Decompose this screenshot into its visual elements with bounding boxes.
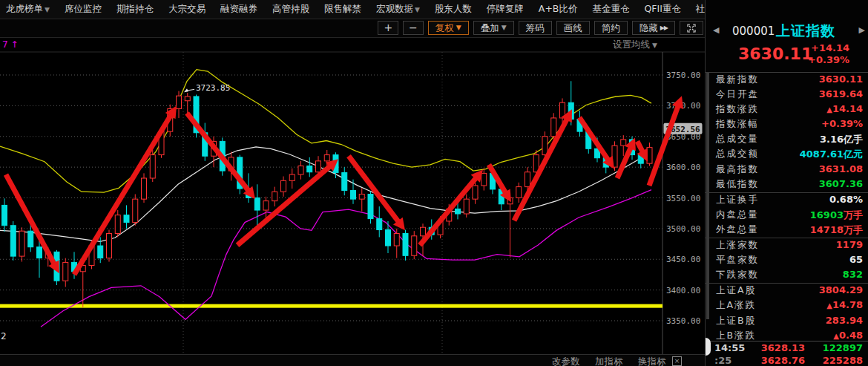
up-triangle-icon: ▲ [826,301,832,310]
support-line [0,304,662,308]
stat-label: 最低指数 [716,178,759,191]
tick-price: 3628.76 [747,355,805,366]
indicator-bottom-bar: 改参数 加指标 换指标 × [0,354,705,366]
stat-row: 最高指数3631.08 [706,163,868,177]
y-axis-label: 3400.00 [666,286,700,295]
add-indicator-link[interactable]: 加指标 [595,356,623,366]
partial-label: 2 [1,331,7,342]
tick-row: :253628.76225288 [706,354,868,366]
stock-app-window: 龙虎榜单▼席位监控期指持仓大宗交易融资融券高管持股限售解禁宏观数据▼股东人数停牌… [0,0,868,366]
stat-label: 上证B股 [716,315,756,327]
tick-time: :25 [706,355,747,366]
stat-row: 平盘家数65 [706,253,868,268]
annotation-arrow-icon [184,88,188,92]
stat-value: 3804.29 [819,284,863,295]
stat-value: 0.68% [829,194,863,205]
quote-price-row: 3630.11 +14.14 +0.39% [706,41,868,71]
up-triangle-icon: ▲ [833,332,839,340]
stat-value: 832 [843,269,863,280]
quote-stats-table: 最新指数3630.11今日开盘3619.64指数涨跌▲14.14指数涨幅+0.3… [706,72,868,344]
change-params-link[interactable]: 改参数 [552,356,580,366]
stat-label: 最高指数 [716,163,759,176]
stat-label: 最新指数 [716,73,759,86]
next-stock-button[interactable]: ▶ [859,25,865,35]
stat-value: ▲0.48 [833,330,863,341]
tick-volume: 225288 [805,355,868,366]
stat-row: 上证A股3804.29 [706,284,868,298]
y-axis-label: 3550.00 [666,194,700,203]
stat-value: 3631.08 [819,163,863,174]
stat-value: 16903万手 [810,209,863,222]
stat-row: 最低指数3607.36 [706,177,868,193]
stat-value: 65 [849,254,863,265]
stat-label: 内盘总量 [716,209,759,221]
stat-label: 平盘家数 [716,254,759,267]
stat-value: 14718万手 [810,223,863,237]
tick-price: 3628.13 [747,342,805,353]
stat-value: 3630.11 [819,73,863,85]
y-axis-label: 3700.00 [666,101,700,111]
stat-label: 上A涨跌 [716,299,756,312]
panel-splitter-handle[interactable] [706,338,711,356]
tick-row: 14:553628.13122897 [706,342,868,354]
price-change-block: +14.14 +0.39% [808,42,849,66]
candles [2,81,653,307]
stat-row: 指数涨幅+0.39% [706,117,868,132]
stat-value: 1179 [836,239,863,250]
stat-row: 总成交量3.16亿手 [706,132,868,147]
close-icon[interactable]: × [672,356,682,366]
stat-row: 指数涨跌▲14.14 [706,102,868,117]
y-axis-label: 3750.00 [666,71,700,80]
stat-row: 外盘总量14718万手 [706,223,868,238]
stat-row: 内盘总量16903万手 [706,208,868,223]
stock-code: 000001 [732,24,775,38]
stat-label: 上证A股 [716,284,756,297]
stat-row: 上涨家数1179 [706,238,868,253]
stat-value: ▲14.78 [826,299,863,310]
stat-value: +0.39% [821,118,863,129]
stat-row: 上A涨跌▲14.78 [706,298,868,313]
stat-value: ▲14.14 [826,103,863,114]
tick-trade-list: 14:553628.13122897:253628.76225288 [706,341,868,366]
stat-label: 上证换手 [716,194,759,206]
stat-row: 总成交额4087.61亿元 [706,147,868,162]
stat-value: 3619.64 [819,88,863,99]
up-triangle-icon: ▲ [826,105,832,114]
quote-panel: ◀ 000001 上证指数 ▶ 3630.11 +14.14 +0.39% 最新… [705,0,868,366]
stat-value: 3607.36 [819,178,863,189]
stat-row: 今日开盘3619.64 [706,88,868,102]
stat-label: 下跌家数 [716,269,759,281]
tick-volume: 122897 [805,342,868,353]
stock-name: 上证指数 [776,22,835,41]
stat-label: 今日开盘 [716,88,759,101]
y-axis-label: 3500.00 [666,224,700,234]
tick-time: 14:55 [706,342,747,353]
stat-label: 总成交量 [716,133,759,146]
stat-label: 指数涨幅 [716,118,759,131]
stat-value: 283.94 [826,315,863,326]
quote-panel-header: ◀ 000001 上证指数 ▶ [706,21,868,41]
stat-label: 总成交额 [716,148,759,160]
stat-label: 外盘总量 [716,223,759,236]
last-price: 3630.11 [738,45,812,63]
switch-indicator-link[interactable]: 换指标 [638,356,666,366]
stat-row: 最新指数3630.11 [706,73,868,88]
peak-annotation: 3723.85 [196,83,230,93]
prev-stock-button[interactable]: ◀ [713,25,719,35]
stat-row: 下跌家数832 [706,268,868,284]
price-change: +14.14 [808,42,849,54]
stat-row: 上证B股283.94 [706,314,868,329]
stat-label: 指数涨跌 [716,103,759,116]
stat-label: 上涨家数 [716,239,759,252]
y-axis-label: 3450.00 [666,255,700,264]
y-axis-label: 3350.00 [666,316,700,326]
candlestick-chart[interactable]: 3750.003700.003650.003600.003550.003500.… [0,0,705,366]
y-axis-label: 3600.00 [666,163,700,172]
stat-value: 4087.61亿元 [800,148,863,161]
stat-value: 3.16亿手 [820,133,863,146]
stat-row: 上证换手0.68% [706,193,868,208]
price-change-pct: +0.39% [808,54,849,66]
